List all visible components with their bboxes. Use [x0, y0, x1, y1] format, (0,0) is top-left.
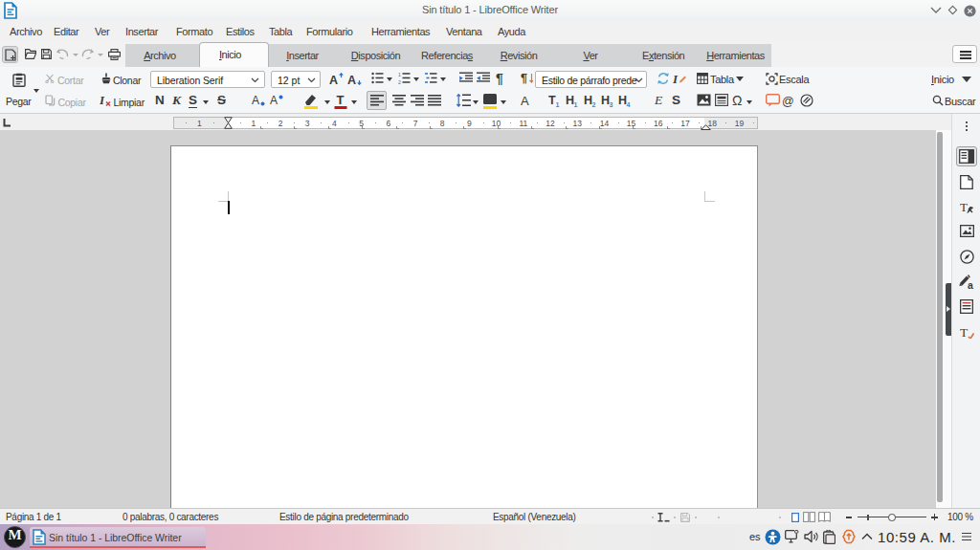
svg-text:A: A	[329, 74, 338, 85]
svg-text:T: T	[960, 200, 968, 214]
svg-text:I: I	[673, 72, 679, 85]
svg-text:I: I	[100, 94, 105, 107]
svg-text:T: T	[960, 325, 969, 340]
svg-text:2: 2	[592, 101, 596, 108]
svg-text:A: A	[270, 94, 278, 107]
svg-text:1: 1	[574, 101, 578, 108]
svg-text:A: A	[252, 94, 259, 107]
svg-text:a: a	[968, 279, 973, 290]
svg-text:@: @	[782, 95, 794, 108]
svg-text:3: 3	[610, 101, 613, 108]
svg-text:2: 2	[398, 79, 401, 85]
svg-text:¶: ¶	[521, 72, 527, 85]
svg-text:1: 1	[398, 72, 401, 77]
svg-text:A: A	[347, 74, 356, 85]
svg-text:T: T	[337, 93, 345, 107]
svg-text:4: 4	[627, 101, 631, 108]
svg-text:1: 1	[556, 101, 560, 108]
